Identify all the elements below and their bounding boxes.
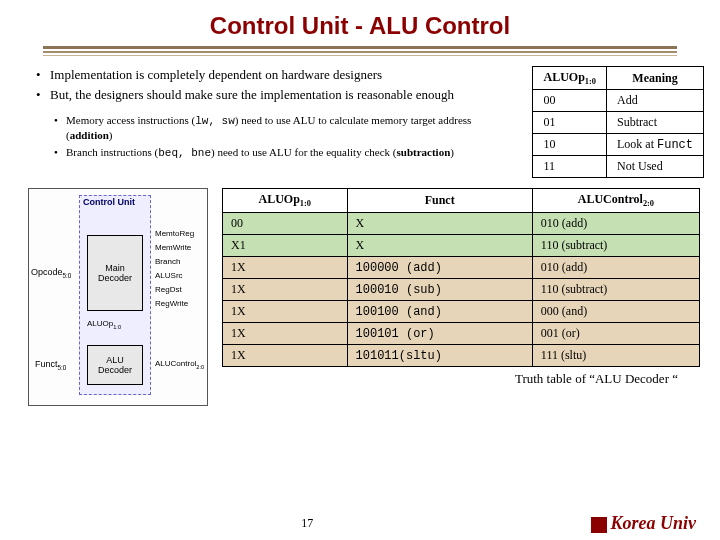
bullet-item: •But, the designers should make sure the… xyxy=(36,86,520,104)
table-row: 00Add xyxy=(533,90,704,112)
sig-label: RegDst xyxy=(155,285,182,294)
table-row: 00X010 (add) xyxy=(223,212,700,234)
university-logo: Korea Univ xyxy=(591,513,697,534)
sub-bullet-list: • Memory access instructions (lw, sw) ne… xyxy=(54,113,520,160)
sub-bullet-text: Memory access instructions (lw, sw) need… xyxy=(66,113,520,143)
main-decoder-box: Main Decoder xyxy=(87,235,143,311)
funct-label: Funct5:0 xyxy=(35,359,66,371)
bullet-text: Implementation is completely dependent o… xyxy=(50,66,382,84)
sub-bullet-text: Branch instructions (beq, bne) need to u… xyxy=(66,145,454,160)
sig-label: ALUSrc xyxy=(155,271,183,280)
control-unit-diagram: Control Unit Main Decoder ALU Decoder Op… xyxy=(28,188,208,406)
page-number: 17 xyxy=(301,516,313,531)
slide-title: Control Unit - ALU Control xyxy=(0,0,720,46)
table-header: ALUOp1:0 xyxy=(533,67,607,90)
alu-decoder-box: ALU Decoder xyxy=(87,345,143,385)
table-caption: Truth table of “ALU Decoder “ xyxy=(222,371,700,387)
table-row: 1X100000 (add)010 (add) xyxy=(223,256,700,278)
table-row: 1X100101 (or)001 (or) xyxy=(223,322,700,344)
table-row: 11Not Used xyxy=(533,156,704,178)
mid-content-row: Control Unit Main Decoder ALU Decoder Op… xyxy=(0,182,720,406)
aluop-label: ALUOp1:0 xyxy=(87,319,121,330)
aluctrl-label: ALUControl2:0 xyxy=(155,359,204,370)
bullet-list: •Implementation is completely dependent … xyxy=(36,66,520,178)
table-row: 01Subtract xyxy=(533,112,704,134)
slide-footer: 17 Korea Univ xyxy=(0,513,720,534)
table-header: Funct xyxy=(347,189,532,212)
sig-label: RegWrite xyxy=(155,299,188,308)
table-header: ALUControl2:0 xyxy=(532,189,699,212)
bullet-item: •Implementation is completely dependent … xyxy=(36,66,520,84)
truth-table-container: ALUOp1:0 Funct ALUControl2:0 00X010 (add… xyxy=(222,188,700,386)
table-row: 1X100010 (sub)110 (subtract) xyxy=(223,278,700,300)
table-header: ALUOp1:0 xyxy=(223,189,348,212)
alu-decoder-truth-table: ALUOp1:0 Funct ALUControl2:0 00X010 (add… xyxy=(222,188,700,366)
sig-label: MemtoReg xyxy=(155,229,194,238)
sub-bullet-item: • Memory access instructions (lw, sw) ne… xyxy=(54,113,520,143)
table-row: 1X101011(sltu)111 (sltu) xyxy=(223,344,700,366)
title-underline xyxy=(43,46,677,56)
opcode-label: Opcode5:0 xyxy=(31,267,71,279)
table-row: X1X110 (subtract) xyxy=(223,234,700,256)
top-content-row: •Implementation is completely dependent … xyxy=(0,64,720,182)
cu-label: Control Unit xyxy=(83,197,143,207)
logo-icon xyxy=(591,517,607,533)
table-row: 1X100100 (and)000 (and) xyxy=(223,300,700,322)
table-row: 10Look at Funct xyxy=(533,134,704,156)
sub-bullet-item: • Branch instructions (beq, bne) need to… xyxy=(54,145,520,160)
table-header: Meaning xyxy=(606,67,703,90)
sig-label: Branch xyxy=(155,257,180,266)
bullet-text: But, the designers should make sure the … xyxy=(50,86,454,104)
sig-label: MemWrite xyxy=(155,243,191,252)
aluop-meaning-table: ALUOp1:0 Meaning 00Add 01Subtract 10Look… xyxy=(532,66,704,178)
